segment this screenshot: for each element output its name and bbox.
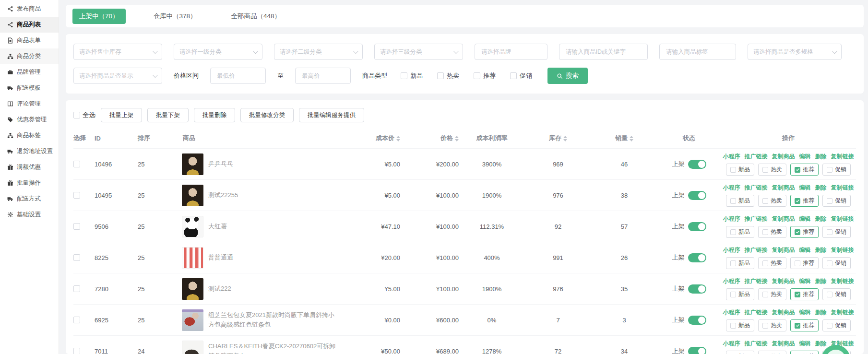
tab-all-products[interactable]: 全部商品（448） <box>225 9 288 24</box>
promo-link-link[interactable]: 推广链接 <box>745 308 768 317</box>
batch-off-shelf-button[interactable]: 批量下架 <box>147 108 189 122</box>
row-checkbox[interactable] <box>73 348 80 354</box>
copy-link-link[interactable]: 复制链接 <box>831 246 854 254</box>
tag-checkbox[interactable] <box>762 167 768 173</box>
sidebar-item-product-form[interactable]: 商品表单 <box>0 33 59 48</box>
column-header-price[interactable]: 价格 <box>400 134 459 142</box>
column-header-sales[interactable]: 销量 <box>591 134 657 142</box>
column-header-cost-price[interactable]: 成本价 <box>346 134 400 142</box>
promo-link-link[interactable]: 推广链接 <box>745 215 768 223</box>
tag-toggle-hot[interactable]: 热卖 <box>758 226 786 238</box>
delete-link[interactable]: 删除 <box>815 184 827 192</box>
tag-toggle-hot[interactable]: 热卖 <box>758 164 786 176</box>
tag-toggle-new[interactable]: 新品 <box>726 164 754 176</box>
row-checkbox[interactable] <box>73 161 80 167</box>
sidebar-item-product-category[interactable]: 商品分类 <box>0 48 59 64</box>
tag-checkbox[interactable] <box>730 167 736 173</box>
sidebar-item-full-discount[interactable]: 满额优惠 <box>0 159 59 175</box>
tab-on-sale[interactable]: 上架中（70） <box>72 9 126 24</box>
tag-toggle-new[interactable]: 新品 <box>726 319 754 331</box>
multi-spec-select[interactable]: 请选择商品是否多规格 <box>748 44 842 60</box>
row-checkbox[interactable] <box>73 317 80 323</box>
edit-link[interactable]: 编辑 <box>799 215 811 223</box>
tag-toggle-hot[interactable]: 热卖 <box>758 351 786 354</box>
tag-checkbox[interactable] <box>827 198 832 204</box>
sidebar-item-product-list[interactable]: 商品列表 <box>0 17 59 33</box>
mini-program-link[interactable]: 小程序 <box>723 246 740 254</box>
tag-checkbox[interactable] <box>795 198 800 204</box>
sort-asc-icon[interactable] <box>455 136 459 138</box>
sort-desc-icon[interactable] <box>455 139 459 142</box>
sidebar-item-return-address-settings[interactable]: 退货地址设置 <box>0 143 59 159</box>
tag-toggle-recommend[interactable]: 推荐 <box>790 288 819 300</box>
tag-checkbox[interactable] <box>730 229 736 235</box>
tag-toggle-new[interactable]: 新品 <box>726 257 754 269</box>
visibility-select[interactable]: 请选择商品是否显示 <box>73 68 162 84</box>
tag-checkbox[interactable] <box>795 323 800 329</box>
tag-checkbox[interactable] <box>730 260 736 266</box>
category-level1-select[interactable]: 请选择一级分类 <box>174 44 262 60</box>
tag-checkbox[interactable] <box>827 292 832 297</box>
tag-checkbox[interactable] <box>730 292 736 297</box>
copy-product-link[interactable]: 复制商品 <box>772 184 795 192</box>
tag-checkbox[interactable] <box>795 260 800 266</box>
sort-asc-icon[interactable] <box>563 136 567 138</box>
promo-link-link[interactable]: 推广链接 <box>745 277 768 285</box>
copy-product-link[interactable]: 复制商品 <box>772 246 795 254</box>
status-toggle[interactable] <box>688 253 706 262</box>
batch-on-shelf-button[interactable]: 批量上架 <box>101 108 142 122</box>
tag-toggle-promotion[interactable]: 促销 <box>822 164 851 176</box>
tag-toggle-new[interactable]: 新品 <box>726 351 754 354</box>
tag-checkbox[interactable] <box>795 229 800 235</box>
tag-toggle-recommend[interactable]: 推荐 <box>790 164 819 176</box>
sidebar-item-batch-operations[interactable]: 批量操作 <box>0 175 59 191</box>
edit-link[interactable]: 编辑 <box>799 246 811 254</box>
delete-link[interactable]: 删除 <box>815 340 827 348</box>
type-checkbox-recommend[interactable]: 推荐 <box>474 71 496 80</box>
copy-product-link[interactable]: 复制商品 <box>772 277 795 285</box>
tag-toggle-new[interactable]: 新品 <box>726 226 754 238</box>
sidebar-item-brand-management[interactable]: 品牌管理 <box>0 64 59 80</box>
sort-carets[interactable] <box>396 136 400 142</box>
status-toggle[interactable] <box>688 222 706 231</box>
sort-desc-icon[interactable] <box>630 139 633 142</box>
category-level3-select[interactable]: 请选择三级分类 <box>374 44 463 60</box>
search-button[interactable]: 搜索 <box>547 68 588 84</box>
tag-toggle-new[interactable]: 新品 <box>726 288 754 300</box>
mini-program-link[interactable]: 小程序 <box>723 184 740 192</box>
tag-toggle-hot[interactable]: 热卖 <box>758 288 786 300</box>
sort-asc-icon[interactable] <box>630 136 633 138</box>
tag-toggle-promotion[interactable]: 促销 <box>822 226 851 238</box>
sidebar-item-coupon-management[interactable]: 优惠券管理 <box>0 112 59 128</box>
tag-toggle-recommend[interactable]: 推荐 <box>790 226 819 238</box>
tag-checkbox[interactable] <box>762 229 768 235</box>
onsale-stock-select[interactable]: 请选择售中库存 <box>73 44 162 60</box>
select-all-checkbox[interactable] <box>73 112 80 118</box>
tag-toggle-recommend[interactable]: 推荐 <box>790 351 819 354</box>
sidebar-item-publish-product[interactable]: 发布商品 <box>0 1 59 17</box>
sort-carets[interactable] <box>455 136 459 142</box>
tag-toggle-hot[interactable]: 热卖 <box>758 319 786 331</box>
category-level2-select[interactable]: 请选择二级分类 <box>274 44 363 60</box>
type-checkbox-promotion[interactable]: 促销 <box>510 71 532 80</box>
copy-product-link[interactable]: 复制商品 <box>772 308 795 317</box>
sidebar-item-delivery-method[interactable]: 配送方式 <box>0 191 59 207</box>
checkbox[interactable] <box>437 72 444 79</box>
tag-toggle-promotion[interactable]: 促销 <box>822 288 851 300</box>
copy-product-link[interactable]: 复制商品 <box>772 340 795 348</box>
sidebar-item-delivery-template[interactable]: 配送模板 <box>0 80 59 96</box>
checkbox[interactable] <box>401 72 407 79</box>
tag-checkbox[interactable] <box>827 229 832 235</box>
status-toggle[interactable] <box>688 316 706 325</box>
row-checkbox[interactable] <box>73 192 80 199</box>
promo-link-link[interactable]: 推广链接 <box>745 340 768 348</box>
tag-toggle-recommend[interactable]: 推荐 <box>790 257 819 269</box>
delete-link[interactable]: 删除 <box>815 153 827 161</box>
checkbox[interactable] <box>510 72 517 79</box>
tag-checkbox[interactable] <box>762 292 768 297</box>
tag-checkbox[interactable] <box>795 292 800 297</box>
row-checkbox[interactable] <box>73 254 80 261</box>
tab-in-warehouse[interactable]: 仓库中（378） <box>147 9 203 24</box>
sidebar-item-comment-management[interactable]: 评论管理 <box>0 96 59 112</box>
sidebar-item-basic-settings[interactable]: 基础设置 <box>0 207 59 223</box>
